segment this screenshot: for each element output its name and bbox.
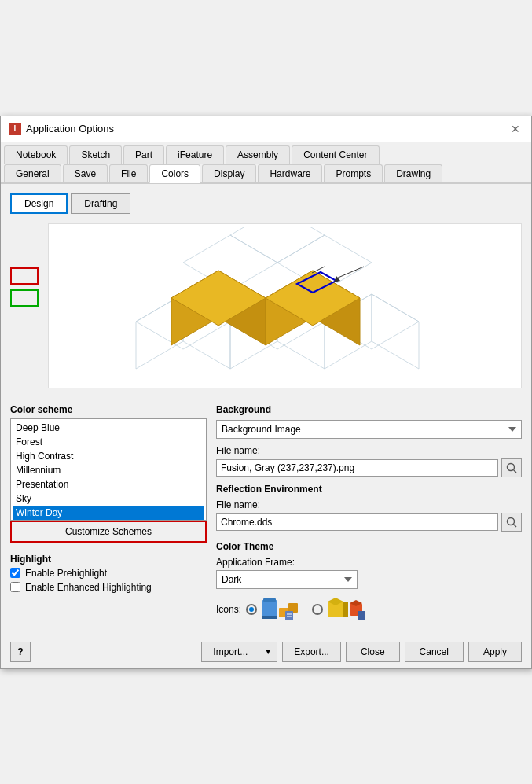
- svg-point-24: [508, 517, 515, 525]
- close-button[interactable]: Close: [346, 642, 400, 662]
- prehighlight-label: Enable Prehighlight: [25, 568, 107, 579]
- list-item-presentation[interactable]: Presentation: [13, 477, 204, 491]
- highlight-section: Highlight Enable Prehighlight Enable Enh…: [10, 554, 207, 596]
- bg-file-label: File name:: [216, 445, 522, 456]
- prehighlight-checkbox[interactable]: [10, 568, 20, 578]
- color-scheme-list[interactable]: Deep Blue Forest High Contrast Millenniu…: [10, 418, 207, 521]
- svg-rect-26: [262, 600, 277, 617]
- icons-row: Icons:: [216, 594, 522, 625]
- customize-schemes-button[interactable]: Customize Schemes: [10, 521, 207, 543]
- list-item-high-contrast[interactable]: High Contrast: [13, 449, 204, 463]
- ref-file-input[interactable]: [216, 513, 498, 531]
- background-label: Background: [216, 404, 522, 415]
- preview-svg: [120, 227, 450, 385]
- tab-save[interactable]: Save: [63, 164, 108, 182]
- background-dropdown-row: Background Image Gradient 1 Color Presen…: [216, 420, 522, 439]
- icon-set-1-preview: [260, 594, 307, 625]
- red-swatch: [10, 267, 39, 285]
- list-item-sky[interactable]: Sky: [13, 491, 204, 506]
- tab-part[interactable]: Part: [123, 145, 164, 164]
- content-area: Design Drafting: [1, 184, 531, 635]
- tab-prompts[interactable]: Prompts: [324, 164, 383, 182]
- bg-browse-button[interactable]: [501, 458, 522, 477]
- title-bar: I Application Options ✕: [1, 116, 531, 142]
- footer-right: Import... ▼ Export... Close Cancel Apply: [201, 642, 522, 662]
- drafting-button[interactable]: Drafting: [71, 193, 130, 214]
- enhanced-label: Enable Enhanced Highlighting: [25, 582, 152, 593]
- export-button[interactable]: Export...: [282, 642, 341, 662]
- title-bar-left: I Application Options: [9, 123, 114, 135]
- tab-display[interactable]: Display: [202, 164, 256, 182]
- icon-radio-2[interactable]: [312, 604, 323, 615]
- tab-colors[interactable]: Colors: [149, 164, 200, 183]
- green-swatch: [10, 289, 39, 307]
- icon-option-1: [246, 594, 307, 625]
- icon-set-2-preview: [326, 594, 373, 625]
- svg-rect-27: [263, 598, 276, 602]
- tab-general[interactable]: General: [4, 164, 61, 182]
- background-dropdown[interactable]: Background Image Gradient 1 Color Presen…: [216, 420, 522, 439]
- tab-sketch[interactable]: Sketch: [69, 145, 122, 164]
- close-icon-button[interactable]: ✕: [508, 121, 523, 137]
- right-panel: Background Background Image Gradient 1 C…: [216, 404, 522, 625]
- tabs-row1: Notebook Sketch Part iFeature Assembly C…: [1, 142, 531, 164]
- svg-line-21: [312, 267, 325, 273]
- color-scheme-section: Color scheme Deep Blue Forest High Contr…: [10, 404, 207, 543]
- bg-file-row: [216, 458, 522, 477]
- tab-drawing[interactable]: Drawing: [384, 164, 442, 182]
- import-button-wrap: Import... ▼: [201, 642, 277, 662]
- highlight-label: Highlight: [10, 554, 207, 565]
- dialog-title: Application Options: [26, 123, 114, 134]
- svg-rect-36: [343, 602, 348, 617]
- footer: ? Import... ▼ Export... Close Cancel App…: [1, 635, 531, 668]
- ref-browse-icon: [505, 516, 518, 528]
- tab-content-center[interactable]: Content Center: [292, 145, 379, 164]
- color-theme-label: Color Theme: [216, 541, 522, 552]
- list-item-millennium[interactable]: Millennium: [13, 463, 204, 477]
- theme-dropdown[interactable]: Dark Light: [216, 570, 358, 589]
- tab-ifeature[interactable]: iFeature: [166, 145, 224, 164]
- color-scheme-label: Color scheme: [10, 404, 207, 415]
- import-arrow-button[interactable]: ▼: [259, 642, 277, 662]
- ref-browse-button[interactable]: [501, 513, 522, 532]
- svg-rect-39: [358, 611, 365, 620]
- list-item-forest[interactable]: Forest: [13, 435, 204, 449]
- app-icon: I: [9, 123, 21, 135]
- bg-file-input[interactable]: [216, 459, 498, 477]
- ref-file-row: [216, 513, 522, 532]
- apply-button[interactable]: Apply: [468, 642, 522, 662]
- preview-area: [48, 223, 522, 388]
- svg-line-19: [336, 267, 364, 278]
- reflection-label: Reflection Environment: [216, 484, 522, 495]
- icon-radio-1[interactable]: [246, 604, 257, 615]
- tab-notebook[interactable]: Notebook: [4, 145, 68, 164]
- color-theme-section: Color Theme Application Frame: Dark Ligh…: [216, 541, 522, 625]
- design-button[interactable]: Design: [10, 193, 68, 214]
- list-item-winter-day[interactable]: Winter Day: [13, 506, 204, 520]
- enhanced-checkbox[interactable]: [10, 582, 20, 592]
- app-frame-label: Application Frame:: [216, 557, 522, 568]
- import-button[interactable]: Import...: [201, 642, 259, 662]
- application-options-dialog: I Application Options ✕ Notebook Sketch …: [0, 116, 532, 669]
- svg-point-22: [508, 463, 515, 470]
- bg-file-section: File name:: [216, 445, 522, 477]
- cancel-button[interactable]: Cancel: [405, 642, 464, 662]
- footer-left: ?: [10, 642, 31, 662]
- ref-file-label: File name:: [216, 499, 522, 510]
- design-area: Design Drafting: [10, 193, 522, 625]
- tab-assembly[interactable]: Assembly: [226, 145, 290, 164]
- theme-dropdown-wrap: Dark Light: [216, 570, 358, 589]
- enhanced-row: Enable Enhanced Highlighting: [10, 582, 207, 593]
- background-section: Background Background Image Gradient 1 C…: [216, 404, 522, 477]
- svg-line-23: [514, 469, 517, 473]
- reflection-section: Reflection Environment File name:: [216, 484, 522, 532]
- list-item-deep-blue[interactable]: Deep Blue: [13, 421, 204, 435]
- tabs-row2: General Save File Colors Display Hardwar…: [1, 164, 531, 184]
- icon-option-2: [312, 594, 373, 625]
- tab-hardware[interactable]: Hardware: [258, 164, 322, 182]
- help-button[interactable]: ?: [10, 642, 31, 662]
- svg-marker-11: [230, 227, 325, 263]
- svg-line-25: [514, 524, 517, 527]
- svg-rect-31: [285, 611, 293, 620]
- tab-file[interactable]: File: [109, 164, 148, 182]
